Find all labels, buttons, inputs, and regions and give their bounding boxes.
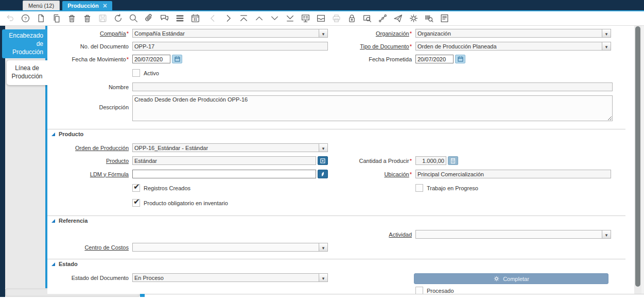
chevron-down-icon (322, 244, 325, 251)
help-icon[interactable]: ? (21, 13, 30, 23)
first-record-icon[interactable] (239, 13, 249, 23)
parent-record-icon[interactable] (254, 13, 264, 23)
delete-selected-icon[interactable] (82, 13, 92, 23)
ubicacion-input[interactable] (415, 170, 611, 178)
field-registros-creados: Registros Creados (132, 184, 190, 192)
field-producto: Producto (47, 156, 328, 165)
centro-costos-dropdown-button[interactable] (319, 243, 328, 252)
procesado-checkbox[interactable] (415, 287, 423, 294)
sidebar-tab-encabezado[interactable]: Encabezado de Producción (2, 29, 47, 58)
section-divider (47, 216, 625, 216)
scrollbar-thumb[interactable] (635, 26, 640, 287)
activo-checkbox[interactable] (132, 69, 140, 77)
field-cantidad-producir: Cantidad a Producir* (330, 156, 458, 165)
field-fecha-prometida: Fecha Prometida (330, 55, 465, 63)
section-producto-header: Producto (51, 131, 83, 137)
svg-text:?: ? (24, 15, 27, 21)
new-record-icon[interactable] (36, 13, 46, 23)
field-trabajo-progreso: Trabajo en Progreso (415, 184, 478, 192)
estado-documento-input[interactable] (132, 273, 319, 282)
fecha-movimiento-calendar-button[interactable] (172, 55, 182, 63)
ldm-drop-button[interactable] (318, 170, 328, 178)
last-record-icon[interactable] (285, 13, 295, 23)
main-toolbar: ? 31 (0, 11, 644, 26)
refresh-icon[interactable] (113, 13, 123, 23)
collapse-icon[interactable] (51, 262, 55, 266)
centro-costos-label[interactable]: Centro de Costos (84, 244, 129, 251)
product-info-icon[interactable] (424, 13, 434, 23)
required-marker: * (410, 158, 412, 164)
cantidad-producir-input[interactable] (415, 156, 446, 165)
next-record-icon[interactable] (223, 13, 233, 23)
tab-produccion[interactable]: Producción × (62, 1, 112, 10)
field-tipo-documento: Tipo de Documento* (330, 42, 611, 51)
actividad-input[interactable] (415, 230, 602, 239)
orden-produccion-label[interactable]: Orden de Producción (75, 145, 129, 151)
organizacion-dropdown-button[interactable] (602, 29, 611, 38)
producto-info-button[interactable] (318, 156, 328, 165)
fecha-prometida-calendar-button[interactable] (455, 55, 465, 63)
activo-label: Activo (144, 70, 159, 76)
delete-record-icon[interactable] (67, 13, 77, 23)
orden-produccion-input[interactable] (132, 143, 319, 152)
tipo-documento-input[interactable] (415, 42, 602, 51)
fecha-movimiento-input[interactable] (132, 55, 170, 63)
actividad-label[interactable]: Actividad (389, 231, 412, 238)
history-records-icon[interactable]: 31 (190, 13, 200, 23)
compania-dropdown-button[interactable] (319, 29, 328, 38)
descripcion-textarea[interactable]: Creado Desde Orden de Producción OPP-16 (132, 95, 613, 121)
tipo-documento-label[interactable]: Tipo de Documento (360, 43, 409, 49)
collapse-icon[interactable] (51, 219, 55, 223)
send-request-icon[interactable] (393, 13, 403, 23)
actividad-dropdown-button[interactable] (602, 230, 611, 239)
archive-icon[interactable] (316, 13, 326, 23)
collapse-icon[interactable] (51, 133, 55, 136)
producto-input[interactable] (132, 156, 316, 165)
section-estado-header: Estado (51, 261, 78, 267)
preferences-gear-icon[interactable] (409, 13, 419, 23)
required-marker: * (127, 56, 129, 62)
tab-menu[interactable]: Menú (12) (23, 1, 60, 10)
ubicacion-label[interactable]: Ubicación (384, 171, 409, 177)
field-compania: Compañía* (47, 29, 328, 38)
close-tab-icon[interactable]: × (103, 3, 107, 8)
fecha-prometida-input[interactable] (415, 55, 454, 63)
ldm-formula-label[interactable]: LDM y Fórmula (90, 171, 129, 177)
producto-obligatorio-checkbox[interactable] (132, 199, 140, 207)
find-icon[interactable] (129, 13, 138, 23)
copy-record-icon[interactable] (51, 13, 61, 23)
field-no-documento: No. del Documento (47, 42, 328, 51)
registros-creados-checkbox[interactable] (132, 184, 140, 192)
compania-input[interactable] (132, 29, 319, 38)
chat-icon[interactable] (160, 13, 169, 23)
toggle-grid-icon[interactable] (175, 13, 185, 23)
section-referencia-title: Referencia (59, 218, 88, 224)
section-referencia-header: Referencia (51, 218, 88, 224)
sidebar-tab-linea[interactable]: Línea de Producción (7, 60, 47, 85)
attachment-icon[interactable] (144, 13, 154, 23)
print-icon (332, 13, 341, 23)
chevron-down-icon (605, 30, 608, 37)
ldm-formula-input[interactable] (132, 170, 316, 178)
calculator-button[interactable] (448, 156, 458, 165)
producto-label[interactable]: Producto (106, 158, 129, 164)
compania-label[interactable]: Compañía (100, 30, 126, 37)
required-marker: * (127, 30, 129, 37)
vertical-scrollbar[interactable] (634, 26, 641, 294)
estado-documento-dropdown-button[interactable] (319, 273, 328, 282)
centro-costos-input[interactable] (132, 243, 319, 252)
lock-record-icon[interactable] (347, 13, 357, 23)
nombre-input[interactable] (132, 82, 613, 91)
zoom-across-icon[interactable] (362, 13, 372, 23)
report-window-icon[interactable] (440, 13, 449, 23)
no-documento-input[interactable] (132, 42, 328, 51)
tipo-documento-dropdown-button[interactable] (602, 42, 611, 51)
completar-button[interactable]: Completar (414, 273, 608, 284)
trabajo-progreso-checkbox[interactable] (415, 184, 423, 192)
workflow-icon[interactable] (378, 13, 388, 23)
report-icon[interactable] (301, 13, 310, 23)
organizacion-label[interactable]: Organización (376, 30, 409, 37)
detail-record-icon[interactable] (270, 13, 280, 23)
orden-produccion-dropdown-button[interactable] (319, 143, 328, 152)
organizacion-input[interactable] (415, 29, 602, 38)
